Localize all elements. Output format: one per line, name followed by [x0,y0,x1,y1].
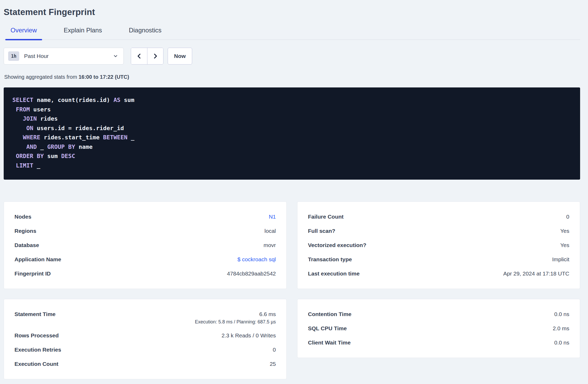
detail-row-statement-time: Statement Time 6.6 ms Execution: 5.8 ms … [14,311,276,325]
sql-line: JOIN rides [12,114,570,124]
last-execution-time-value: Apr 29, 2024 at 17:18 UTC [503,270,569,277]
previous-time-window-button[interactable] [131,48,147,64]
fingerprint-id-label: Fingerprint ID [14,270,51,277]
time-interval-select[interactable]: 1h Past Hour [4,48,124,65]
rows-processed-label: Rows Processed [14,332,59,339]
detail-row-contention-time: Contention Time 0.0 ns [308,311,569,318]
execution-count-value: 25 [270,360,276,368]
nodes-label: Nodes [14,213,31,220]
contention-time-value: 0.0 ns [554,311,569,318]
statement-time-label: Statement Time [14,311,56,318]
chevron-down-icon [113,53,118,59]
detail-row-transaction-type: Transaction type Implicit [308,256,569,263]
database-label: Database [14,242,39,249]
sql-line: ON users.id = rides.rider_id [12,124,570,133]
statement-timing-card: Statement Time 6.6 ms Execution: 5.8 ms … [4,299,287,379]
detail-row-execution-count: Execution Count 25 [14,360,276,368]
contention-time-label: Contention Time [308,311,351,318]
detail-row-application-name: Application Name $ cockroach sql [14,256,276,263]
now-button[interactable]: Now [168,48,192,65]
tab-diagnostics[interactable]: Diagnostics [123,26,167,40]
interval-label: Past Hour [24,53,113,59]
interval-badge: 1h [8,51,19,61]
detail-row-rows-processed: Rows Processed 2.3 k Reads / 0 Writes [14,332,276,339]
detail-row-execution-retries: Execution Retries 0 [14,346,276,353]
sql-line: SELECT name, count(rides.id) AS sum [12,95,570,105]
page-title: Statement Fingerprint [4,7,580,17]
regions-value: local [265,227,276,235]
detail-row-fingerprint-id: Fingerprint ID 4784cb829aab2542 [14,270,276,277]
execution-count-label: Execution Count [14,360,58,368]
last-execution-time-label: Last execution time [308,270,360,277]
application-name-link[interactable]: $ cockroach sql [237,256,276,263]
aggregated-stats-note: Showing aggregated stats from 16:00 to 1… [4,74,580,80]
tab-explain-plans-label: Explain Plans [64,27,102,34]
tab-overview[interactable]: Overview [5,26,42,40]
client-wait-time-label: Client Wait Time [308,339,351,346]
time-window-arrows [131,48,163,65]
detail-row-full-scan: Full scan? Yes [308,227,569,235]
tab-overview-label: Overview [11,27,37,34]
sql-line: LIMIT _ [12,161,570,170]
client-wait-time-value: 0.0 ns [554,339,569,346]
sql-cpu-time-value: 2.0 ms [553,325,569,332]
detail-row-vectorized-execution: Vectorized execution? Yes [308,242,569,249]
note-prefix: Showing aggregated stats from [4,74,78,80]
full-scan-value: Yes [560,227,569,235]
regions-label: Regions [14,227,36,235]
sql-line: WHERE rides.start_time BETWEEN _ [12,133,570,142]
statement-time-breakdown: Execution: 5.8 ms / Planning: 687.5 µs [195,319,276,325]
tab-bar: Overview Explain Plans Diagnostics [4,26,580,40]
sql-line: ORDER BY sum DESC [12,151,570,161]
wait-times-card: Contention Time 0.0 ns SQL CPU Time 2.0 … [297,299,580,358]
chevron-right-icon [152,53,158,59]
application-name-label: Application Name [14,256,61,263]
detail-row-client-wait-time: Client Wait Time 0.0 ns [308,339,569,346]
next-time-window-button[interactable] [147,48,163,64]
detail-row-nodes: Nodes N1 [14,213,276,220]
tab-diagnostics-label: Diagnostics [129,27,161,34]
execution-retries-value: 0 [273,346,276,353]
sql-line: FROM users [12,105,570,114]
transaction-type-value: Implicit [552,256,569,263]
failure-count-label: Failure Count [308,213,343,220]
tab-explain-plans[interactable]: Explain Plans [58,26,107,40]
chevron-left-icon [136,53,142,59]
detail-row-last-execution-time: Last execution time Apr 29, 2024 at 17:1… [308,270,569,277]
note-time-range: 16:00 to 17:22 (UTC) [78,74,129,80]
statement-details-card: Nodes N1 Regions local Database movr App… [4,201,287,289]
rows-processed-value: 2.3 k Reads / 0 Writes [222,332,276,339]
execution-retries-label: Execution Retries [14,346,61,353]
database-value: movr [263,242,276,249]
sql-cpu-time-label: SQL CPU Time [308,325,347,332]
fingerprint-id-value: 4784cb829aab2542 [227,270,276,277]
failure-count-value: 0 [566,213,569,220]
time-controls: 1h Past Hour [4,48,580,65]
full-scan-label: Full scan? [308,227,335,235]
statement-time-values: 6.6 ms Execution: 5.8 ms / Planning: 687… [195,311,276,325]
statement-time-value: 6.6 ms [259,311,276,317]
sql-line: AND _ GROUP BY name [12,142,570,152]
sql-statement-box: SELECT name, count(rides.id) AS sum FROM… [4,87,580,180]
statement-fingerprint-page: Statement Fingerprint Overview Explain P… [0,0,588,379]
nodes-link[interactable]: N1 [269,213,276,220]
detail-row-failure-count: Failure Count 0 [308,213,569,220]
detail-row-sql-cpu-time: SQL CPU Time 2.0 ms [308,325,569,332]
transaction-type-label: Transaction type [308,256,352,263]
execution-attributes-card: Failure Count 0 Full scan? Yes Vectorize… [297,201,580,289]
vectorized-execution-label: Vectorized execution? [308,242,366,249]
detail-row-database: Database movr [14,242,276,249]
detail-row-regions: Regions local [14,227,276,235]
vectorized-execution-value: Yes [560,242,569,249]
summary-cards-grid: Nodes N1 Regions local Database movr App… [4,201,580,379]
